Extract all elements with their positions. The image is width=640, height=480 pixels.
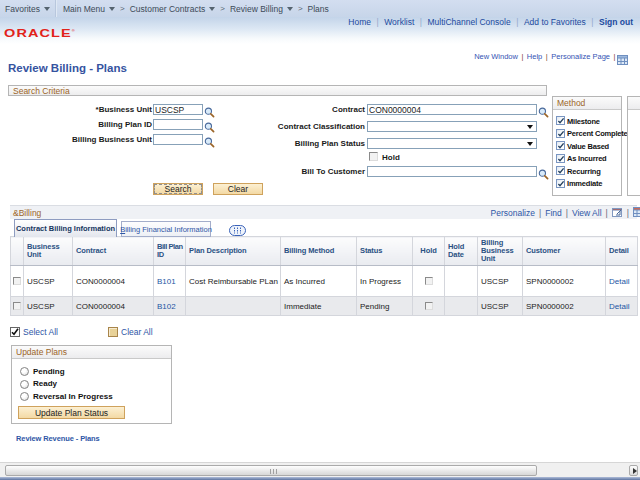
bill-to-customer-lookup-icon[interactable] bbox=[538, 166, 549, 177]
sign-out-link[interactable]: Sign out bbox=[599, 17, 633, 27]
hold-row-checkbox[interactable] bbox=[425, 302, 433, 310]
milestone-label: Milestone bbox=[567, 117, 600, 126]
breadcrumb-main-menu-label: Main Menu bbox=[63, 4, 105, 14]
tab-billing-financial-information[interactable]: Billing Financial Information bbox=[121, 221, 211, 237]
milestone-checkbox[interactable] bbox=[556, 116, 565, 125]
header-links: Home | Worklist | MultiChannel Console |… bbox=[348, 17, 633, 27]
grid-header-billing-business-unit[interactable]: Billing Business Unit bbox=[478, 237, 523, 266]
contract-lookup-icon[interactable] bbox=[538, 104, 549, 115]
personalize-link[interactable]: Personalize bbox=[491, 208, 535, 218]
hold-checkbox[interactable] bbox=[369, 152, 378, 161]
grid-header-customer[interactable]: Customer bbox=[523, 237, 606, 266]
search-criteria-title: Search Criteria bbox=[13, 86, 70, 96]
select-all-link[interactable]: Select All bbox=[23, 327, 58, 337]
grid-icon[interactable] bbox=[633, 207, 640, 219]
link-separator: | bbox=[566, 208, 568, 218]
hold-row-checkbox[interactable] bbox=[425, 277, 433, 285]
link-separator: | bbox=[591, 17, 593, 27]
clear-all-checkbox[interactable] bbox=[108, 327, 118, 337]
update-plans-group-box: Update Plans Pending Ready Reversal In P… bbox=[11, 345, 172, 424]
billing-plan-status-select[interactable] bbox=[367, 138, 537, 149]
breadcrumb-favorites[interactable]: Favorites bbox=[5, 3, 50, 14]
cell-billing-method: Immediate bbox=[281, 297, 357, 316]
reversal-radio[interactable] bbox=[20, 392, 29, 401]
breadcrumb-item-label: Plans bbox=[308, 4, 329, 14]
recurring-checkbox[interactable] bbox=[556, 166, 565, 175]
select-all-checkbox[interactable] bbox=[10, 327, 20, 337]
breadcrumb-favorites-label: Favorites bbox=[5, 4, 40, 14]
tab-contract-billing-information[interactable]: Contract Billing Information bbox=[14, 219, 117, 237]
billing-section-title: &Billing bbox=[10, 208, 41, 218]
grid-header-hold[interactable]: Hold bbox=[413, 237, 445, 266]
search-button[interactable]: Search bbox=[153, 183, 203, 195]
http-icon[interactable] bbox=[617, 51, 628, 69]
chevron-down-icon bbox=[287, 7, 293, 14]
update-plan-status-button[interactable]: Update Plan Status bbox=[18, 406, 125, 419]
grid-header-status[interactable]: Status bbox=[357, 237, 413, 266]
download-icon[interactable] bbox=[612, 207, 623, 219]
detail-link[interactable]: Detail bbox=[609, 302, 629, 311]
scroll-right-button[interactable] bbox=[629, 465, 638, 476]
bill-plan-id-link[interactable]: B102 bbox=[157, 302, 176, 311]
tab-label: Billing Financial Information bbox=[120, 225, 212, 234]
detail-link[interactable]: Detail bbox=[609, 277, 629, 286]
method-option-as-incurred: As Incurred bbox=[553, 152, 621, 165]
radio-option-ready: Ready bbox=[12, 378, 171, 391]
help-link[interactable]: Help bbox=[527, 52, 542, 61]
percent-complete-label: Percent Complete bbox=[567, 129, 628, 138]
find-link[interactable]: Find bbox=[545, 208, 562, 218]
breadcrumb-separator: > bbox=[298, 4, 303, 13]
scrollbar-thumb[interactable] bbox=[5, 465, 537, 476]
link-separator: | bbox=[539, 208, 541, 218]
bill-to-customer-input[interactable] bbox=[367, 166, 537, 177]
as-incurred-checkbox[interactable] bbox=[556, 154, 565, 163]
immediate-checkbox[interactable] bbox=[556, 179, 565, 188]
breadcrumb-item-review-billing[interactable]: Review Billing bbox=[230, 3, 293, 14]
grid-header-plan-description[interactable]: Plan Description bbox=[186, 237, 281, 266]
breadcrumb: Favorites Main Menu > Customer Contracts… bbox=[0, 0, 640, 17]
grid-header-business-unit[interactable]: Business Unit bbox=[24, 237, 73, 266]
grid-header-contract[interactable]: Contract bbox=[73, 237, 154, 266]
ready-radio[interactable] bbox=[20, 380, 29, 389]
grid-header-hold-date[interactable]: Hold Date bbox=[445, 237, 478, 266]
breadcrumb-main-menu[interactable]: Main Menu bbox=[63, 3, 115, 14]
add-to-favorites-link[interactable]: Add to Favorites bbox=[524, 17, 586, 27]
grid-header-billing-method[interactable]: Billing Method bbox=[281, 237, 357, 266]
radio-option-pending: Pending bbox=[12, 365, 171, 378]
grid-header-bill-plan-id[interactable]: Bill Plan ID bbox=[154, 237, 186, 266]
bill-plan-id-link[interactable]: B101 bbox=[157, 277, 176, 286]
link-separator: | bbox=[376, 17, 378, 27]
grid-header-detail[interactable]: Detail bbox=[606, 237, 638, 266]
breadcrumb-divider bbox=[56, 0, 57, 17]
multichannel-console-link[interactable]: MultiChannel Console bbox=[428, 17, 511, 27]
screen: Favorites Main Menu > Customer Contracts… bbox=[0, 0, 640, 480]
breadcrumb-item-customer-contracts[interactable]: Customer Contracts bbox=[130, 3, 216, 14]
clear-button[interactable]: Clear bbox=[213, 183, 263, 195]
row-select-checkbox[interactable] bbox=[13, 277, 21, 285]
worklist-link[interactable]: Worklist bbox=[384, 17, 414, 27]
link-separator: | bbox=[606, 208, 608, 218]
contract-classification-select[interactable] bbox=[367, 121, 537, 132]
method-option-percent-complete: Percent Complete bbox=[553, 127, 621, 140]
review-revenue-link[interactable]: Review Revenue - Plans bbox=[16, 434, 100, 443]
method-option-immediate: Immediate bbox=[553, 177, 621, 190]
search-criteria-section-header: Search Criteria bbox=[8, 85, 547, 96]
cell-customer: SPN0000002 bbox=[523, 297, 606, 316]
row-select-checkbox[interactable] bbox=[13, 302, 21, 310]
view-all-link[interactable]: View All bbox=[572, 208, 602, 218]
percent-complete-checkbox[interactable] bbox=[556, 129, 565, 138]
contract-input[interactable] bbox=[367, 104, 537, 115]
cell-hold-date bbox=[445, 266, 478, 297]
value-based-checkbox[interactable] bbox=[556, 141, 565, 150]
horizontal-scrollbar[interactable] bbox=[0, 462, 640, 477]
hold-label: Hold bbox=[382, 152, 400, 163]
home-link[interactable]: Home bbox=[348, 17, 371, 27]
new-window-link[interactable]: New Window bbox=[474, 52, 518, 61]
page-title: Review Billing - Plans bbox=[8, 62, 127, 74]
clear-all-link[interactable]: Clear All bbox=[121, 327, 153, 337]
oracle-logo: ORACLE® bbox=[4, 27, 75, 39]
personalize-page-link[interactable]: Personalize Page bbox=[551, 52, 610, 61]
breadcrumb-item-plans[interactable]: Plans bbox=[308, 4, 329, 14]
pending-radio[interactable] bbox=[20, 367, 29, 376]
ready-label: Ready bbox=[33, 379, 57, 388]
